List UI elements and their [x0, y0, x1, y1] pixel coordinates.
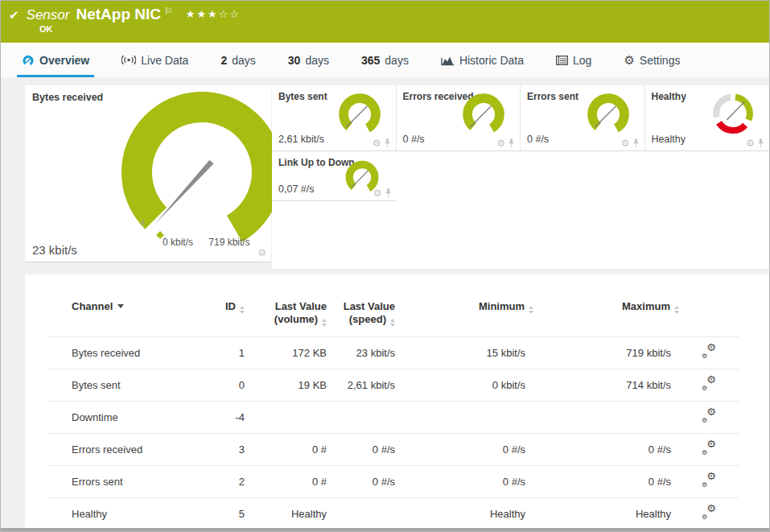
tab-365-days[interactable]: 365days — [361, 43, 409, 77]
channel-id-cell: 2 — [168, 466, 245, 498]
maximum-cell — [533, 402, 679, 434]
channel-name-cell: Healthy — [47, 498, 168, 528]
channel-name-cell: Errors received — [47, 434, 168, 466]
primary-gauge-card: Bytes received x̄ 0 kbit/s 719 kbit/s 23… — [25, 85, 271, 262]
channel-row: Errors sent 2 0 # 0 #/s 0 #/s 0 #/s ⚙⚙ — [47, 466, 739, 498]
gauge-value: 0 #/s — [527, 134, 549, 145]
sort-icon — [240, 306, 245, 314]
pin-icon[interactable] — [757, 138, 764, 148]
tab-30-days[interactable]: 30days — [288, 43, 329, 77]
window-bottom-edge — [1, 528, 769, 531]
tab-overview[interactable]: Overview — [22, 43, 89, 77]
last-value-volume-cell: 0 # — [245, 434, 327, 466]
tab-live-data[interactable]: Live Data — [121, 43, 188, 77]
small-gauge — [585, 92, 632, 138]
channel-settings-gears-icon[interactable]: ⚙⚙ — [701, 441, 717, 456]
channel-gear-icon[interactable]: ⚙ — [373, 188, 382, 198]
gauge-current-value: 23 kbit/s — [32, 243, 77, 257]
last-value-speed-cell: 0 #/s — [327, 466, 395, 498]
gauge-title: Bytes sent — [278, 91, 327, 102]
channel-row: Errors received 3 0 # 0 #/s 0 #/s 0 #/s … — [47, 434, 739, 466]
gauge-value: Healthy — [652, 134, 686, 145]
last-value-volume-cell: 0 # — [245, 466, 327, 498]
tab-historic-data[interactable]: Historic Data — [441, 43, 524, 77]
tab-2-days[interactable]: 2days — [220, 43, 255, 77]
channel-gear-icon[interactable]: ⚙ — [257, 248, 266, 258]
sensor-page: ✔ Sensor NetApp NIC ⚐ ★★★☆☆ OK Overview … — [0, 0, 770, 532]
secondary-gauges-panel: Bytes sent 2,61 kbit/s ⚙ Errors received… — [272, 85, 769, 269]
gauge-card-errors-received: Errors received 0 #/s ⚙ — [397, 85, 521, 151]
gauge-title: Healthy — [652, 91, 686, 102]
pin-icon[interactable] — [385, 188, 392, 198]
area-chart-icon — [441, 55, 455, 66]
channel-row: Downtime -4 ⚙⚙ — [47, 402, 739, 434]
last-value-volume-cell: Healthy — [245, 498, 327, 528]
minimum-cell: 15 kbit/s — [395, 337, 533, 369]
log-icon — [556, 56, 568, 65]
channel-id-cell: 3 — [168, 434, 245, 466]
column-header-maximum[interactable]: Maximum — [533, 295, 679, 337]
tab-log[interactable]: Log — [556, 43, 591, 77]
channel-table-panel: Channel ID Last Value (volume) Last Valu… — [25, 274, 769, 528]
last-value-volume-cell — [245, 402, 327, 434]
minimum-cell: 0 #/s — [395, 434, 533, 466]
gauge-card-bytes-sent: Bytes sent 2,61 kbit/s ⚙ — [272, 85, 397, 151]
gauge-icon — [22, 54, 35, 67]
column-header-channel[interactable]: Channel — [47, 295, 168, 337]
channel-settings-gears-icon[interactable]: ⚙⚙ — [701, 505, 717, 520]
channel-gear-icon[interactable]: ⚙ — [621, 138, 630, 148]
column-header-id[interactable]: ID — [168, 295, 245, 337]
small-gauge — [336, 92, 383, 138]
primary-gauge: x̄ — [105, 89, 299, 250]
channel-table: Channel ID Last Value (volume) Last Valu… — [47, 295, 739, 528]
live-data-icon — [121, 55, 136, 65]
tab-settings[interactable]: ⚙ Settings — [624, 43, 680, 77]
small-gauge — [460, 92, 507, 138]
channel-gear-icon[interactable]: ⚙ — [373, 138, 381, 148]
flag-icon[interactable]: ⚐ — [164, 6, 173, 17]
column-header-last-value-volume[interactable]: Last Value (volume) — [245, 295, 327, 337]
channel-name-cell: Errors sent — [47, 466, 168, 498]
channel-settings-gears-icon[interactable]: ⚙⚙ — [701, 377, 717, 391]
pin-icon[interactable] — [508, 138, 515, 148]
pin-icon[interactable] — [632, 138, 640, 148]
minimum-cell: 0 #/s — [395, 466, 533, 498]
gauge-scale-max: 719 kbit/s — [204, 237, 255, 248]
column-header-last-value-speed[interactable]: Last Value (speed) — [327, 295, 395, 337]
gauge-value: 0 #/s — [403, 134, 425, 145]
maximum-cell: 714 kbit/s — [533, 369, 679, 402]
segmented-gauge — [710, 92, 756, 138]
channel-settings-gears-icon[interactable]: ⚙⚙ — [701, 344, 717, 359]
column-header-minimum[interactable]: Minimum — [395, 295, 533, 337]
minimum-cell: 0 kbit/s — [395, 369, 533, 402]
priority-stars[interactable]: ★★★☆☆ — [186, 8, 241, 20]
pin-icon[interactable] — [384, 138, 391, 148]
gauge-value: 0,07 #/s — [278, 184, 314, 195]
channel-settings-gears-icon[interactable]: ⚙⚙ — [701, 473, 717, 488]
maximum-cell: 719 kbit/s — [533, 337, 679, 369]
average-marker: x̄ — [141, 218, 145, 227]
channel-table-body: Bytes received 1 172 KB 23 kbit/s 15 kbi… — [47, 337, 739, 528]
last-value-volume-cell: 19 KB — [245, 369, 327, 402]
channel-gear-icon[interactable]: ⚙ — [496, 138, 505, 148]
gauge-card-healthy: Healthy Healthy ⚙ — [645, 85, 770, 151]
status-ok-check-icon: ✔ — [9, 8, 19, 23]
channel-gear-icon[interactable]: ⚙ — [746, 138, 755, 148]
channel-name-cell: Downtime — [47, 402, 168, 434]
gear-icon: ⚙ — [624, 54, 634, 66]
minimum-cell — [395, 402, 533, 434]
channel-row: Healthy 5 Healthy Healthy Healthy ⚙⚙ — [47, 498, 739, 528]
last-value-speed-cell: 23 kbit/s — [327, 337, 395, 369]
gauge-title: Bytes received — [32, 92, 103, 103]
channel-id-cell: -4 — [168, 402, 245, 434]
channel-settings-gears-icon[interactable]: ⚙⚙ — [701, 409, 717, 423]
last-value-speed-cell — [327, 498, 395, 528]
object-kind-label: Sensor — [27, 7, 70, 23]
channel-id-cell: 0 — [168, 369, 245, 402]
channel-id-cell: 5 — [168, 498, 245, 528]
gauge-card-errors-sent: Errors sent 0 #/s ⚙ — [521, 85, 645, 151]
maximum-cell: 0 #/s — [533, 466, 679, 498]
sort-desc-icon — [117, 304, 124, 308]
tab-bar: Overview Live Data 2days 30days 365days … — [1, 43, 769, 77]
sort-icon — [390, 319, 395, 327]
